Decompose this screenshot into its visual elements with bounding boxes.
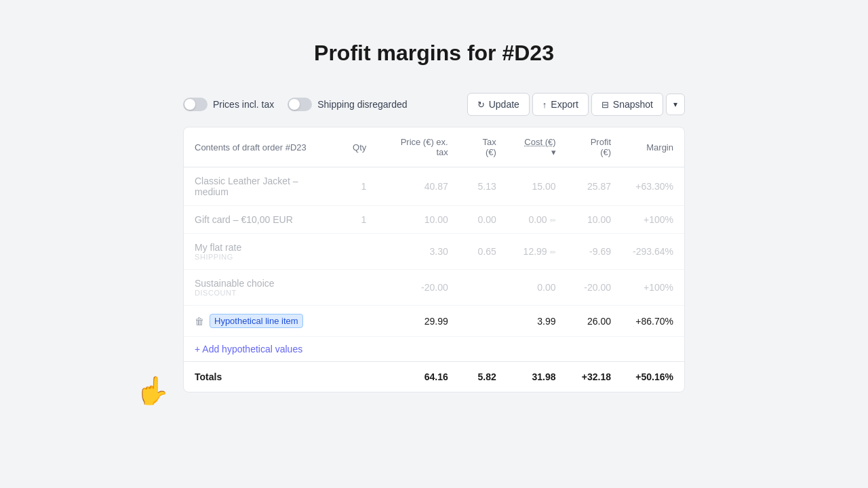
export-label: Export bbox=[551, 99, 578, 110]
totals-price: 64.16 bbox=[377, 362, 458, 392]
profit-table: Contents of draft order #D23 Qty Price (… bbox=[184, 127, 684, 392]
edit-cost-icon[interactable]: ✏ bbox=[550, 248, 556, 256]
row-tax bbox=[459, 270, 507, 306]
hyp-name-cell: 🗑 Hypothetical line item bbox=[184, 306, 342, 337]
row-margin: +100% bbox=[622, 270, 684, 306]
row-qty: 1 bbox=[342, 167, 377, 206]
row-tax: 0.65 bbox=[459, 234, 507, 270]
update-label: Update bbox=[489, 99, 519, 110]
row-name: Gift card – €10,00 EUR bbox=[184, 206, 342, 234]
cost-sortable-label[interactable]: Cost (€) bbox=[524, 137, 555, 147]
row-name: My flat rate SHIPPING bbox=[184, 234, 342, 270]
table-row: My flat rate SHIPPING 3.30 0.65 12.99 ✏ … bbox=[184, 234, 684, 270]
row-price: 40.87 bbox=[377, 167, 458, 206]
edit-cost-icon[interactable]: ✏ bbox=[550, 216, 556, 224]
totals-margin: +50.16% bbox=[622, 362, 684, 392]
actions-dropdown-button[interactable]: ▾ bbox=[666, 94, 685, 115]
col-cost-header[interactable]: Cost (€) ▾ bbox=[507, 127, 567, 167]
page-title: Profit margins for #D23 bbox=[314, 41, 554, 66]
row-profit: 10.00 bbox=[567, 206, 623, 234]
row-qty bbox=[342, 270, 377, 306]
row-cost: 15.00 bbox=[507, 167, 567, 206]
row-cost: 12.99 ✏ bbox=[507, 234, 567, 270]
row-cost: 0.00 bbox=[507, 270, 567, 306]
add-hypothetical-row: + Add hypothetical values bbox=[184, 337, 684, 362]
row-price: -20.00 bbox=[377, 270, 458, 306]
update-icon: ↻ bbox=[477, 100, 485, 110]
row-sub-label: SHIPPING bbox=[195, 253, 331, 261]
col-tax-header: Tax (€) bbox=[459, 127, 507, 167]
col-price-header: Price (€) ex. tax bbox=[377, 127, 458, 167]
cursor-hand-icon: 👆 bbox=[136, 375, 170, 407]
shipping-disregarded-label: Shipping disregarded bbox=[317, 99, 407, 110]
hypothetical-name-badge[interactable]: Hypothetical line item bbox=[210, 314, 303, 328]
prices-incl-tax-toggle-group: Prices incl. tax bbox=[183, 98, 274, 111]
row-tax: 0.00 bbox=[459, 206, 507, 234]
export-button[interactable]: ↑ Export bbox=[532, 93, 589, 116]
row-qty bbox=[342, 234, 377, 270]
table-row: Sustainable choice DISCOUNT -20.00 0.00 … bbox=[184, 270, 684, 306]
actions-group: ↻ Update ↑ Export ⊟ Snapshot ▾ bbox=[467, 93, 685, 116]
toggle-knob bbox=[184, 99, 195, 110]
snapshot-button[interactable]: ⊟ Snapshot bbox=[591, 93, 663, 116]
table-row: Gift card – €10,00 EUR 1 10.00 0.00 0.00… bbox=[184, 206, 684, 234]
cost-sort-icon: ▾ bbox=[551, 147, 556, 157]
totals-profit: +32.18 bbox=[567, 362, 623, 392]
row-sub-label: DISCOUNT bbox=[195, 289, 331, 297]
hyp-margin: +86.70% bbox=[622, 306, 684, 337]
col-contents-header: Contents of draft order #D23 bbox=[184, 127, 342, 167]
row-margin: -293.64% bbox=[622, 234, 684, 270]
totals-row: Totals 64.16 5.82 31.98 +32.18 +50.16% bbox=[184, 362, 684, 392]
delete-hypothetical-icon[interactable]: 🗑 bbox=[195, 316, 204, 327]
row-profit: -9.69 bbox=[567, 234, 623, 270]
col-margin-header: Margin bbox=[622, 127, 684, 167]
add-hypothetical-link[interactable]: + Add hypothetical values bbox=[184, 337, 684, 361]
row-name: Classic Leather Jacket – medium bbox=[184, 167, 342, 206]
totals-qty bbox=[342, 362, 377, 392]
row-price: 3.30 bbox=[377, 234, 458, 270]
hypothetical-row: 🗑 Hypothetical line item 29.99 3.99 26.0… bbox=[184, 306, 684, 337]
snapshot-label: Snapshot bbox=[613, 99, 653, 110]
export-icon: ↑ bbox=[542, 100, 547, 110]
totals-tax: 5.82 bbox=[459, 362, 507, 392]
hyp-cost: 3.99 bbox=[507, 306, 567, 337]
update-button[interactable]: ↻ Update bbox=[467, 93, 530, 116]
col-qty-header: Qty bbox=[342, 127, 377, 167]
hyp-profit: 26.00 bbox=[567, 306, 623, 337]
shipping-disregarded-toggle-group: Shipping disregarded bbox=[288, 98, 407, 111]
row-profit: 25.87 bbox=[567, 167, 623, 206]
row-price: 10.00 bbox=[377, 206, 458, 234]
toggle-knob-2 bbox=[289, 99, 300, 110]
profit-table-container: Contents of draft order #D23 Qty Price (… bbox=[183, 127, 685, 392]
hyp-price: 29.99 bbox=[377, 306, 458, 337]
totals-label: Totals bbox=[184, 362, 342, 392]
row-name: Sustainable choice DISCOUNT bbox=[184, 270, 342, 306]
controls-row: Prices incl. tax Shipping disregarded ↻ … bbox=[183, 93, 685, 116]
col-profit-header: Profit (€) bbox=[567, 127, 623, 167]
toggles-group: Prices incl. tax Shipping disregarded bbox=[183, 98, 408, 111]
row-tax: 5.13 bbox=[459, 167, 507, 206]
prices-incl-tax-label: Prices incl. tax bbox=[213, 99, 274, 110]
row-cost: 0.00 ✏ bbox=[507, 206, 567, 234]
hyp-qty bbox=[342, 306, 377, 337]
row-profit: -20.00 bbox=[567, 270, 623, 306]
totals-cost: 31.98 bbox=[507, 362, 567, 392]
table-header-row: Contents of draft order #D23 Qty Price (… bbox=[184, 127, 684, 167]
table-row: Classic Leather Jacket – medium 1 40.87 … bbox=[184, 167, 684, 206]
row-qty: 1 bbox=[342, 206, 377, 234]
shipping-disregarded-toggle[interactable] bbox=[288, 98, 312, 111]
row-margin: +100% bbox=[622, 206, 684, 234]
snapshot-icon: ⊟ bbox=[601, 100, 609, 110]
hyp-tax bbox=[459, 306, 507, 337]
prices-incl-tax-toggle[interactable] bbox=[183, 98, 208, 111]
row-margin: +63.30% bbox=[622, 167, 684, 206]
